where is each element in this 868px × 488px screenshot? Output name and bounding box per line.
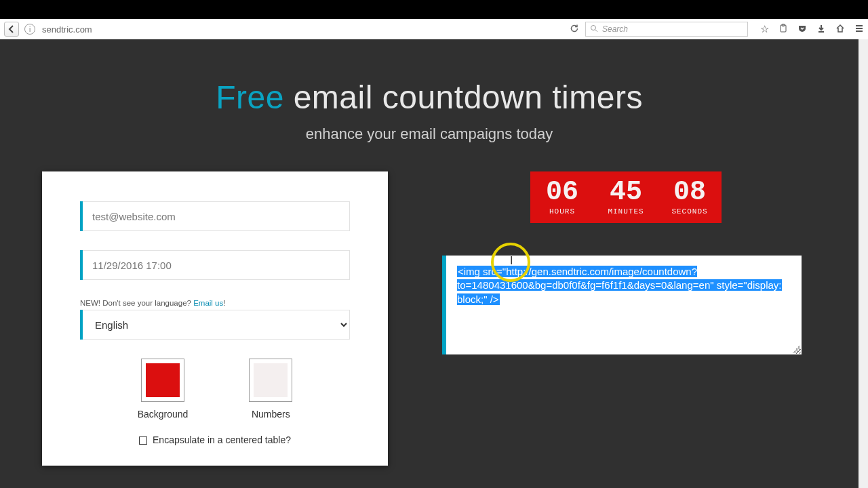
svg-line-1 xyxy=(595,30,597,32)
language-select[interactable]: English xyxy=(83,310,350,340)
encapsulate-checkbox[interactable] xyxy=(139,436,147,445)
color-swatches: Background Numbers xyxy=(80,359,350,420)
timer-seconds: 08 xyxy=(658,179,722,206)
page-content: Free email countdown timers enhance your… xyxy=(0,39,859,488)
page-subtitle: enhance your email campaigns today xyxy=(0,125,859,143)
config-card: NEW! Don't see your language? Email us! … xyxy=(42,171,388,466)
menu-icon[interactable] xyxy=(854,24,864,35)
svg-point-0 xyxy=(591,25,596,30)
language-note: NEW! Don't see your language? Email us! xyxy=(80,299,350,307)
email-us-link[interactable]: Email us xyxy=(193,299,223,307)
embed-code-box[interactable]: <img src="http://gen.sendtric.com/image/… xyxy=(442,256,802,354)
email-field[interactable] xyxy=(83,201,350,231)
pocket-icon[interactable] xyxy=(797,24,807,35)
date-field[interactable] xyxy=(83,250,350,280)
numbers-swatch[interactable]: Numbers xyxy=(249,359,292,420)
site-info-icon[interactable]: i xyxy=(24,24,35,35)
timer-minutes: 45 xyxy=(594,179,658,206)
numbers-swatch-label: Numbers xyxy=(249,409,292,420)
date-field-wrap xyxy=(80,250,350,280)
address-bar-url[interactable]: sendtric.com xyxy=(42,24,92,35)
embed-code-text[interactable]: <img src="http://gen.sendtric.com/image/… xyxy=(457,266,782,305)
language-field-wrap: English xyxy=(80,310,350,340)
reload-button[interactable] xyxy=(566,24,583,35)
title-accent: Free xyxy=(216,79,284,115)
countdown-preview: 06 HOURS 45 MINUTES 08 SECONDS xyxy=(530,171,722,223)
search-placeholder: Search xyxy=(602,24,628,34)
page-title: Free email countdown timers xyxy=(0,79,859,116)
star-icon[interactable]: ☆ xyxy=(760,23,769,35)
hero: Free email countdown timers enhance your… xyxy=(0,39,859,143)
resize-grip-icon[interactable] xyxy=(792,345,800,353)
timer-hours-label: HOURS xyxy=(530,207,594,216)
background-swatch-color xyxy=(146,363,180,397)
download-icon[interactable] xyxy=(816,24,826,35)
encapsulate-label: Encapsulate in a centered table? xyxy=(153,434,291,445)
back-button[interactable] xyxy=(4,22,19,37)
vertical-scrollbar[interactable] xyxy=(859,39,868,488)
language-note-pre: NEW! Don't see your language? xyxy=(80,299,193,307)
toolbar-icons: ☆ xyxy=(760,23,864,35)
background-swatch[interactable]: Background xyxy=(138,359,189,420)
encapsulate-option[interactable]: Encapsulate in a centered table? xyxy=(80,434,350,445)
numbers-swatch-color xyxy=(254,363,288,397)
browser-toolbar: i sendtric.com Search ☆ xyxy=(0,19,868,39)
email-field-wrap xyxy=(80,201,350,231)
timer-hours: 06 xyxy=(530,179,594,206)
search-box[interactable]: Search xyxy=(585,22,748,37)
search-icon xyxy=(590,24,598,35)
background-swatch-label: Background xyxy=(138,409,189,420)
language-note-post: ! xyxy=(223,299,225,307)
timer-seconds-label: SECONDS xyxy=(658,207,722,216)
preview-column: 06 HOURS 45 MINUTES 08 SECONDS <img src=… xyxy=(442,171,816,466)
clipboard-icon[interactable] xyxy=(778,24,788,35)
title-rest: email countdown timers xyxy=(284,79,643,115)
timer-minutes-label: MINUTES xyxy=(594,207,658,216)
home-icon[interactable] xyxy=(835,24,845,35)
